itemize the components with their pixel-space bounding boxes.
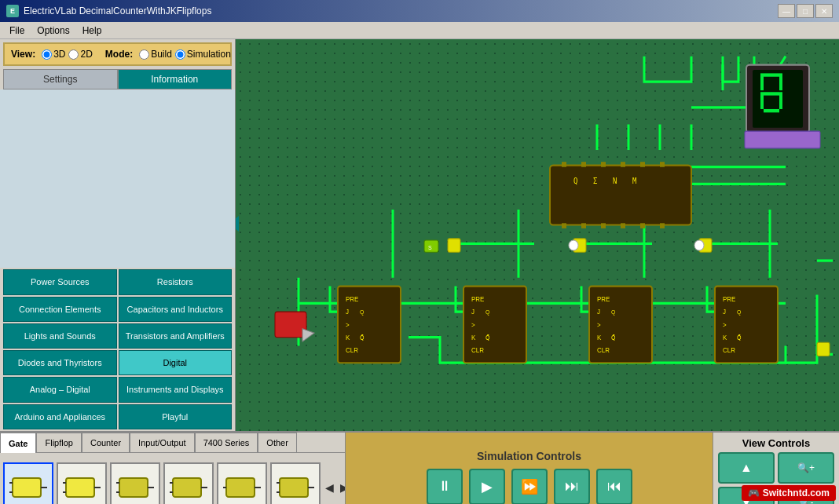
svg-rect-76 bbox=[448, 239, 460, 252]
menu-options[interactable]: Options bbox=[31, 24, 75, 38]
svg-rect-86 bbox=[13, 478, 41, 497]
sim-fast-forward-button[interactable]: ⏩ bbox=[511, 469, 548, 505]
tab-7400-series[interactable]: 7400 Series bbox=[195, 433, 258, 453]
tab-settings[interactable]: Settings bbox=[3, 69, 118, 89]
view-up-button[interactable]: ▲ bbox=[718, 452, 775, 484]
mode-build-option[interactable]: Build bbox=[139, 49, 172, 60]
comp-item-4[interactable] bbox=[163, 462, 214, 505]
comp-instruments[interactable]: Instruments and Displays bbox=[119, 377, 233, 402]
menu-file[interactable]: File bbox=[3, 24, 31, 38]
sim-play-button[interactable]: ▶ bbox=[469, 469, 505, 505]
tab-other[interactable]: Other bbox=[258, 433, 297, 453]
svg-rect-82 bbox=[275, 312, 306, 338]
close-button[interactable]: ✕ bbox=[815, 4, 833, 18]
tab-gate[interactable]: Gate bbox=[0, 433, 36, 453]
circuit-canvas[interactable]: Q Σ N M bbox=[236, 39, 839, 431]
svg-text:Q̄: Q̄ bbox=[611, 334, 616, 341]
view-controls-label: View Controls bbox=[742, 437, 810, 449]
comp-capacitors[interactable]: Capacitors and Inductors bbox=[119, 297, 233, 322]
view-label: View: bbox=[11, 49, 35, 60]
svg-text:Q: Q bbox=[737, 309, 742, 316]
minimize-button[interactable]: — bbox=[778, 4, 795, 18]
menu-help[interactable]: Help bbox=[76, 24, 108, 38]
svg-text:Q: Q bbox=[485, 309, 490, 316]
switch-icon: 🎮 bbox=[748, 488, 760, 499]
comp-arduino[interactable]: Arduino and Appliances bbox=[3, 404, 117, 429]
svg-text:Q̄: Q̄ bbox=[360, 334, 365, 341]
app-title: ElectricVLab DecimalCounterWithJKFlipflo… bbox=[24, 5, 211, 16]
component-tabs: Gate Flipflop Counter Input/Output 7400 … bbox=[0, 433, 346, 504]
svg-rect-84 bbox=[424, 240, 438, 252]
nav-arrow-left[interactable] bbox=[236, 216, 239, 232]
gate-icon-5 bbox=[223, 472, 261, 503]
comp-item-5[interactable] bbox=[217, 462, 267, 505]
sim-controls-label: Simulation Controls bbox=[477, 450, 581, 462]
component-info bbox=[0, 89, 235, 268]
sim-step-forward-button[interactable]: ⏭ bbox=[554, 469, 590, 505]
view-2d-option[interactable]: 2D bbox=[68, 49, 92, 60]
svg-text:>: > bbox=[723, 320, 727, 328]
view-3d-option[interactable]: 3D bbox=[42, 49, 65, 60]
titlebar-controls[interactable]: — □ ✕ bbox=[778, 4, 833, 18]
comp-item-2[interactable] bbox=[57, 462, 107, 505]
svg-text:PRE: PRE bbox=[597, 295, 610, 303]
tab-information[interactable]: Information bbox=[118, 69, 233, 89]
comp-power-sources[interactable]: Power Sources bbox=[3, 269, 117, 294]
view-zoom-in-button[interactable]: 🔍+ bbox=[778, 452, 834, 484]
comp-connection-elements[interactable]: Connection Elements bbox=[3, 297, 117, 322]
svg-rect-32 bbox=[562, 162, 566, 167]
menubar: File Options Help bbox=[0, 22, 839, 39]
svg-text:Q̄: Q̄ bbox=[737, 334, 742, 341]
settings-tabs: Settings Information bbox=[3, 69, 232, 89]
comp-digital[interactable]: Digital bbox=[119, 350, 233, 375]
canvas-area[interactable]: Q Σ N M bbox=[236, 39, 839, 431]
comp-item-6[interactable] bbox=[270, 462, 321, 505]
svg-text:PRE: PRE bbox=[471, 295, 485, 303]
tab-counter[interactable]: Counter bbox=[82, 433, 130, 453]
comp-item-1[interactable] bbox=[3, 462, 53, 505]
sim-rewind-button[interactable]: ⏮ bbox=[596, 469, 632, 505]
comp-transistors[interactable]: Transistors and Amplifiers bbox=[119, 323, 233, 349]
comp-item-3[interactable] bbox=[110, 462, 160, 505]
titlebar: E ElectricVLab DecimalCounterWithJKFlipf… bbox=[0, 0, 839, 22]
svg-rect-81 bbox=[817, 342, 830, 356]
main-area: View: 3D 2D Mode: Build bbox=[0, 39, 839, 504]
svg-rect-60 bbox=[589, 287, 652, 363]
svg-text:>: > bbox=[597, 320, 601, 328]
svg-rect-90 bbox=[66, 478, 94, 497]
tab-flipflop[interactable]: Flipflop bbox=[36, 433, 81, 453]
sim-buttons: ⏸ ▶ ⏩ ⏭ ⏮ bbox=[427, 469, 632, 505]
svg-rect-40 bbox=[601, 223, 606, 228]
maximize-button[interactable]: □ bbox=[797, 4, 814, 18]
svg-text:>: > bbox=[346, 320, 350, 328]
comp-lights-sounds[interactable]: Lights and Sounds bbox=[3, 323, 117, 349]
svg-text:J: J bbox=[346, 308, 349, 316]
svg-rect-22 bbox=[764, 92, 779, 95]
sim-pause-button[interactable]: ⏸ bbox=[427, 469, 463, 505]
svg-text:CLR: CLR bbox=[346, 346, 358, 354]
svg-text:M: M bbox=[632, 177, 637, 185]
svg-rect-37 bbox=[660, 162, 665, 167]
comp-analog-digital[interactable]: Analog – Digital bbox=[3, 377, 117, 402]
svg-rect-43 bbox=[660, 223, 665, 228]
comp-resistors[interactable]: Resistors bbox=[119, 269, 233, 294]
comp-playful[interactable]: Playful bbox=[119, 404, 233, 429]
scroll-right[interactable]: ▶ bbox=[339, 481, 345, 494]
comp-diodes[interactable]: Diodes and Thyristors bbox=[3, 350, 117, 375]
svg-text:J: J bbox=[597, 308, 600, 316]
mode-simulation-option[interactable]: Simulation bbox=[175, 49, 231, 60]
svg-text:Q: Q bbox=[360, 309, 365, 316]
app-icon: E bbox=[6, 5, 19, 17]
circuit-overlay: Q Σ N M bbox=[236, 39, 839, 431]
gate-icon-2 bbox=[63, 472, 101, 503]
gate-icon-4 bbox=[170, 472, 207, 503]
svg-rect-19 bbox=[760, 73, 764, 90]
watermark-text: Switchntd.com bbox=[763, 488, 830, 499]
left-panel: View: 3D 2D Mode: Build bbox=[0, 39, 236, 431]
gate-icon-1 bbox=[9, 472, 47, 503]
tab-input-output[interactable]: Input/Output bbox=[130, 433, 195, 453]
svg-text:Σ: Σ bbox=[593, 177, 598, 185]
comp-items-row: ◀ ▶ bbox=[0, 453, 345, 504]
gate-icon-6 bbox=[277, 472, 314, 503]
scroll-left[interactable]: ◀ bbox=[324, 481, 335, 494]
